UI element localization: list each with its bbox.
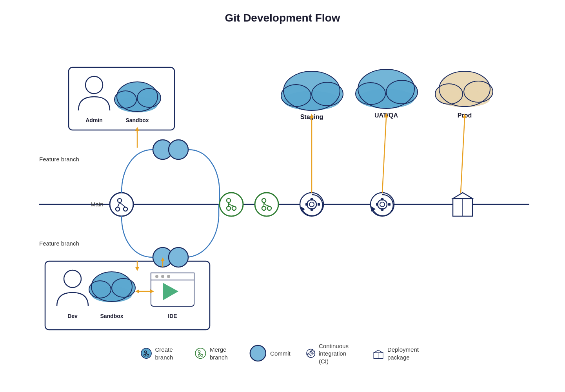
svg-rect-119: [312, 353, 313, 354]
svg-marker-96: [453, 193, 472, 199]
legend-deployment: Deployment package: [372, 345, 425, 362]
svg-point-44: [439, 90, 490, 107]
svg-rect-78: [311, 198, 313, 201]
main-label: Main: [91, 201, 104, 208]
svg-rect-116: [311, 351, 311, 352]
legend-ci-label: Continuous integration (CI): [319, 342, 357, 365]
svg-rect-90: [376, 203, 378, 206]
feature-branch-bottom-label: Feature branch: [39, 240, 79, 247]
sandbox-dev-label: Sandbox: [100, 313, 123, 319]
ide-label: IDE: [168, 313, 177, 319]
legend: Create branch Merge branch Commit: [140, 342, 424, 365]
legend-commit-label: Commit: [270, 350, 291, 358]
svg-rect-91: [388, 203, 391, 206]
svg-rect-81: [318, 203, 320, 206]
svg-rect-118: [308, 353, 309, 354]
svg-rect-89: [381, 208, 383, 211]
svg-point-67: [220, 193, 243, 216]
svg-point-71: [255, 193, 278, 216]
legend-merge-branch-label: Merge branch: [210, 346, 234, 361]
legend-create-branch: Create branch: [140, 345, 179, 362]
svg-point-20: [155, 275, 158, 278]
dev-label: Dev: [67, 313, 78, 319]
legend-ci: Continuous integration (CI): [306, 342, 357, 365]
svg-point-21: [161, 275, 164, 278]
svg-line-93: [382, 117, 386, 193]
svg-point-112: [250, 345, 266, 361]
svg-point-22: [167, 275, 170, 278]
svg-point-61: [169, 247, 188, 267]
svg-rect-80: [305, 203, 308, 206]
admin-label: Admin: [85, 117, 103, 123]
legend-commit: Commit: [249, 345, 291, 362]
diagram-container: Admin Sandbox Dev: [0, 28, 565, 369]
sandbox-admin-label: Sandbox: [125, 117, 149, 123]
svg-marker-122: [374, 350, 383, 353]
legend-create-branch-label: Create branch: [155, 346, 180, 361]
svg-rect-79: [311, 208, 313, 211]
svg-rect-117: [311, 355, 311, 356]
page-title: Git Development Flow: [0, 0, 565, 28]
legend-deployment-label: Deployment package: [387, 346, 425, 361]
svg-rect-88: [381, 198, 383, 201]
svg-point-56: [169, 140, 188, 159]
feature-branch-top-label: Feature branch: [39, 156, 79, 163]
svg-point-107: [196, 348, 206, 358]
svg-line-99: [461, 118, 465, 193]
legend-merge-branch: Merge branch: [195, 345, 234, 362]
